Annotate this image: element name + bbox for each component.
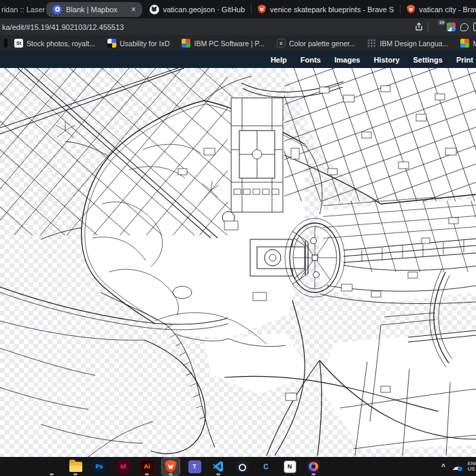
tab-close-icon[interactable]: × (131, 5, 136, 14)
tab-3[interactable]: vatican city - Brave Search (401, 2, 476, 17)
explorer-icon (69, 462, 82, 472)
taskbar-figma-button[interactable] (43, 458, 61, 475)
language-indicator[interactable]: ENG US (468, 461, 476, 472)
steam-icon (236, 460, 249, 473)
taskbar-indesign-button[interactable]: Id (114, 458, 132, 475)
github-favicon (150, 5, 159, 14)
bookmark-st[interactable]: StStock photos, royalt... (14, 39, 95, 48)
tab-bar: ridan :: Laser Fi Blank | Mapbox × vatic… (0, 0, 476, 18)
taskbar-explorer-button[interactable] (67, 458, 84, 475)
shield-badge: 14 (438, 20, 445, 25)
bookmark-label: Usability for IxD (120, 39, 170, 48)
st-bookmark-icon: St (14, 39, 23, 48)
bookmark-label: Stock photos, royalt... (27, 39, 95, 48)
extension-partial-icon[interactable] (473, 22, 476, 31)
taskbar-start-button[interactable] (19, 458, 37, 475)
tab-label: vatican city - Brave Search (419, 5, 476, 14)
cinema4d-icon: C (260, 460, 273, 473)
running-indicator (145, 473, 149, 475)
taskbar-brave-button[interactable] (162, 458, 180, 475)
mapbox-menu-fonts[interactable]: Fonts (301, 56, 321, 64)
illustrator-icon: Ai (141, 460, 154, 473)
mapbox-menu-print[interactable]: Print (456, 56, 473, 64)
tab-label: venice skatepark blueprints - Brave S (270, 5, 394, 14)
taskbar-photoshop-button[interactable]: Ps (90, 458, 108, 475)
running-indicator (50, 473, 54, 475)
vatican-map-svg (0, 68, 476, 457)
taskbar-cinema4d-button[interactable]: C (257, 458, 275, 475)
running-indicator (311, 473, 316, 475)
notion-icon: N (284, 460, 296, 473)
bookmark-partial-icon[interactable] (4, 39, 7, 48)
taskbar-illustrator-button[interactable]: Ai (138, 458, 156, 475)
bookmark-ibmpc[interactable]: IBM PC Software | P... (182, 39, 265, 48)
running-indicator (73, 473, 78, 475)
tab-active-mapbox[interactable]: Blank | Mapbox × (46, 2, 142, 17)
url-text[interactable]: ka/edit/#15.19/41.902103/12.455513 (2, 23, 414, 31)
creative-cloud-icon (307, 460, 320, 473)
bookmark-label: IBM Design Langua... (379, 39, 448, 48)
taskbar-steam-button[interactable] (233, 458, 251, 475)
bookmark-ixd[interactable]: Usability for IxD (107, 39, 170, 48)
tab-label: Blank | Mapbox (66, 5, 118, 14)
indesign-icon: Id (117, 460, 130, 473)
start-icon (22, 460, 34, 473)
map-canvas[interactable] (0, 68, 476, 457)
brave-favicon (258, 5, 266, 14)
extension-outline-icon[interactable] (460, 23, 469, 31)
taskbar-vscode-button[interactable] (209, 458, 227, 475)
vscode-icon (212, 460, 225, 473)
share-icon[interactable] (414, 22, 423, 31)
bookmark-ibmdesign[interactable]: IBM Design Langua... (367, 39, 448, 48)
taskbar-creative-cloud-button[interactable] (305, 458, 322, 475)
url-bar-icons: 14 (414, 22, 473, 32)
browser-window: ridan :: Laser Fi Blank | Mapbox × vatic… (0, 0, 476, 476)
ixd-bookmark-icon (107, 39, 116, 48)
bookmark-palette[interactable]: cColor palette gener... (277, 39, 355, 48)
photoshop-icon: Ps (93, 460, 106, 473)
onedrive-icon[interactable]: ☁ (452, 462, 461, 471)
tray-chevron-icon[interactable]: ^ (441, 463, 445, 471)
running-indicator (216, 473, 220, 475)
teams-icon: T (188, 460, 201, 473)
figma-icon (47, 462, 57, 472)
bookmark-windows[interactable]: Microsoft Windows... (460, 39, 476, 48)
mapbox-favicon (52, 5, 62, 14)
ibmdesign-bookmark-icon (367, 39, 376, 48)
mapbox-menu-history[interactable]: History (374, 56, 400, 64)
mapbox-menu-settings[interactable]: Settings (413, 56, 443, 64)
tab-label: vatican.geojson · GitHub (163, 5, 245, 14)
windows-bookmark-icon (460, 39, 469, 48)
divider (428, 22, 428, 31)
brave-favicon (407, 5, 415, 14)
brave-icon (165, 460, 177, 473)
taskbar-teams-button[interactable]: T (186, 458, 203, 475)
running-indicator (169, 473, 173, 475)
mapbox-toolbar: HelpFontsImagesHistorySettingsPrint (0, 51, 476, 68)
url-bar: ka/edit/#15.19/41.902103/12.455513 14 (0, 18, 476, 35)
bookmark-label: Color palette gener... (289, 39, 355, 48)
bookmark-label: IBM PC Software | P... (194, 39, 265, 48)
mapbox-menu-help[interactable]: Help (271, 56, 287, 64)
bookmark-label: Microsoft Windows... (473, 39, 476, 48)
bookmarks-bar: StStock photos, royalt...Usability for I… (0, 35, 476, 51)
extension-screenshot-icon[interactable] (447, 22, 456, 31)
tab-1[interactable]: vatican.geojson · GitHub (143, 2, 251, 17)
system-tray: ^ ☁ ENG US (441, 461, 476, 472)
windows-taskbar: PsIdAiTCN ^ ☁ ENG US (0, 457, 476, 476)
brave-shield-icon[interactable]: 14 (433, 22, 442, 32)
tab-partial-left[interactable]: ridan :: Laser Fi (0, 5, 45, 14)
ibmpc-bookmark-icon (182, 39, 190, 48)
palette-bookmark-icon: c (277, 39, 286, 48)
mapbox-menu-images[interactable]: Images (335, 56, 360, 64)
tab-2[interactable]: venice skatepark blueprints - Brave S (252, 2, 400, 17)
taskbar-notion-button[interactable]: N (281, 458, 299, 475)
language-line2: US (468, 466, 475, 472)
